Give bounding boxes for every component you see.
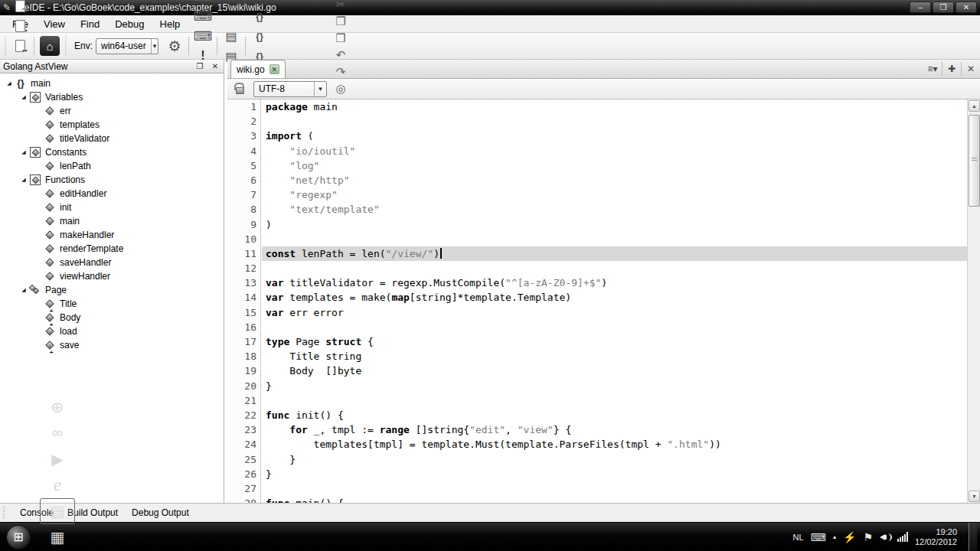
env-select[interactable]: win64-user ▼ <box>96 38 158 54</box>
code-line[interactable] <box>262 232 967 246</box>
tree-item-templates[interactable]: templates <box>0 118 224 132</box>
close-panel-icon[interactable]: ✕ <box>210 62 220 70</box>
toolbar-grip[interactable] <box>64 36 68 56</box>
tree-item-viewHandler[interactable]: viewHandler <box>0 269 224 283</box>
tree-item-makeHandler[interactable]: makeHandler <box>0 228 224 242</box>
code-line[interactable]: templates[tmpl] = template.Must(template… <box>262 437 967 452</box>
code-line[interactable]: "net/http" <box>262 173 967 187</box>
expand-arrow-icon[interactable]: ◢ <box>19 177 28 183</box>
tree-item-Functions[interactable]: ◢Functions <box>0 173 224 187</box>
menu-help[interactable]: Help <box>152 17 188 31</box>
code-line[interactable] <box>262 393 967 408</box>
fold-braces-icon-2[interactable]: {} <box>250 26 270 46</box>
menu-view[interactable]: View <box>36 17 73 31</box>
taskbar-network-icon[interactable]: ⊕ <box>40 394 75 420</box>
keyboard-layout-icon[interactable]: ⌨ <box>811 531 826 543</box>
code-line[interactable]: } <box>262 467 967 481</box>
open-file-icon[interactable]: ↷ <box>10 0 30 16</box>
tree-item-saveHandler[interactable]: saveHandler <box>0 256 224 269</box>
menu-find[interactable]: Find <box>73 17 107 31</box>
volume-icon[interactable] <box>880 533 890 542</box>
show-desktop-button[interactable] <box>969 523 977 551</box>
menu-debug[interactable]: Debug <box>107 17 152 31</box>
scrollbar-thumb[interactable] <box>969 115 980 207</box>
export-doc-icon[interactable]: ▤ <box>221 26 241 46</box>
redo-icon[interactable]: ↷ <box>332 64 350 80</box>
encoding-select[interactable]: UTF-8 ▼ <box>253 81 327 97</box>
paste-icon[interactable]: ❒ <box>332 30 350 47</box>
close-editor-icon[interactable]: ✕ <box>962 61 980 77</box>
code-line[interactable]: Title string <box>262 349 967 364</box>
code-line[interactable]: "text/template" <box>262 202 967 217</box>
expand-arrow-icon[interactable]: ◢ <box>5 80 14 86</box>
build-icon[interactable]: ⌨ <box>193 0 213 6</box>
toolbar-grip[interactable] <box>3 36 8 56</box>
code-line[interactable]: ) <box>262 217 967 232</box>
save-file-icon[interactable]: ▪ <box>10 16 30 36</box>
code-line[interactable]: var err error <box>262 305 967 320</box>
fold-braces-icon-1[interactable]: {} <box>250 6 270 26</box>
save-all-icon[interactable]: ▪▪ <box>10 36 30 56</box>
chevron-down-icon[interactable]: ▼ <box>151 39 158 54</box>
tree-item-Body[interactable]: Body <box>0 311 224 324</box>
start-button[interactable]: ⊞ <box>6 525 31 549</box>
code-line[interactable]: "io/ioutil" <box>262 144 967 158</box>
record-macro-icon[interactable]: ◎ <box>332 80 350 97</box>
expand-arrow-icon[interactable]: ◢ <box>19 149 28 155</box>
options-gear-icon[interactable]: ⚙ <box>165 36 185 56</box>
code-line[interactable]: package main <box>262 99 967 114</box>
code-line[interactable]: "log" <box>262 158 967 173</box>
output-tab-debug-output[interactable]: Debug Output <box>125 506 196 520</box>
code-line[interactable]: "regexp" <box>262 187 967 202</box>
tree-item-init[interactable]: init <box>0 201 224 214</box>
code-line[interactable]: var titleValidator = regexp.MustCompile(… <box>262 276 967 290</box>
hidden-icons-icon[interactable]: ▴ <box>833 533 836 540</box>
build-install-icon[interactable]: ⌨ <box>193 26 213 46</box>
taskbar-explorer-icon[interactable]: ▤ <box>40 498 75 524</box>
copy-icon[interactable]: ❐ <box>332 13 350 30</box>
code-line[interactable]: const lenPath = len("/view/") <box>262 246 967 261</box>
expand-arrow-icon[interactable]: ◢ <box>19 287 28 293</box>
tree-item-Page[interactable]: ◢Page <box>0 283 224 297</box>
code-line[interactable] <box>262 481 967 496</box>
tree-item-main[interactable]: main <box>0 214 224 228</box>
window-list-icon[interactable]: ≡▾ <box>923 61 942 77</box>
scroll-up-icon[interactable]: ▲ <box>969 100 980 112</box>
home-button[interactable]: ⌂ <box>40 36 60 56</box>
code-line[interactable]: var templates = make(map[string]*templat… <box>262 290 967 305</box>
code-line[interactable] <box>262 261 967 276</box>
tree-item-titleValidator[interactable]: titleValidator <box>0 132 224 145</box>
taskbar-calculator-icon[interactable]: ▦ <box>40 524 75 550</box>
tree-item-Title[interactable]: Title <box>0 297 224 311</box>
code-line[interactable]: for _, tmpl := range []string{"edit", "v… <box>262 422 967 437</box>
tree-item-save[interactable]: save <box>0 338 224 352</box>
code-view[interactable]: 1234567891011121314151617181920212223242… <box>227 99 980 503</box>
network-signal-icon[interactable] <box>897 532 908 542</box>
tab-close-icon[interactable]: ✕ <box>270 64 279 74</box>
tree-item-main[interactable]: ◢{}main <box>0 77 224 90</box>
build-edit-icon[interactable]: ⌨ <box>193 6 213 26</box>
split-add-icon[interactable]: ✚ <box>942 61 961 77</box>
cut-icon[interactable]: ✂ <box>332 0 350 13</box>
expand-arrow-icon[interactable]: ◢ <box>19 94 28 100</box>
taskbar-internet-explorer-icon[interactable]: e <box>40 472 75 498</box>
minimize-button[interactable]: – <box>910 2 931 13</box>
code-line[interactable] <box>262 320 967 334</box>
undo-icon[interactable]: ↶ <box>332 47 350 64</box>
code-line[interactable]: import ( <box>262 129 967 143</box>
code-text[interactable]: package mainimport ( "io/ioutil" "log" "… <box>262 99 967 503</box>
tree-item-lenPath[interactable]: lenPath <box>0 159 224 173</box>
taskbar-media-player-icon[interactable]: ▶ <box>40 446 75 472</box>
float-panel-icon[interactable]: ❐ <box>194 62 205 70</box>
code-line[interactable]: type Page struct { <box>262 334 967 349</box>
taskbar-infinity-icon[interactable]: ∞ <box>40 420 75 446</box>
language-indicator[interactable]: NL <box>793 533 804 542</box>
code-line[interactable]: } <box>262 379 967 393</box>
tree-item-editHandler[interactable]: editHandler <box>0 187 224 201</box>
tab-wiki-go[interactable]: wiki.go ✕ <box>230 60 286 78</box>
tree-item-Constants[interactable]: ◢Constants <box>0 145 224 159</box>
code-line[interactable]: } <box>262 452 967 467</box>
vertical-scrollbar[interactable]: ▲ ▼ <box>967 99 980 503</box>
lock-icon[interactable] <box>230 80 249 97</box>
code-line[interactable]: func main() { <box>262 496 967 503</box>
